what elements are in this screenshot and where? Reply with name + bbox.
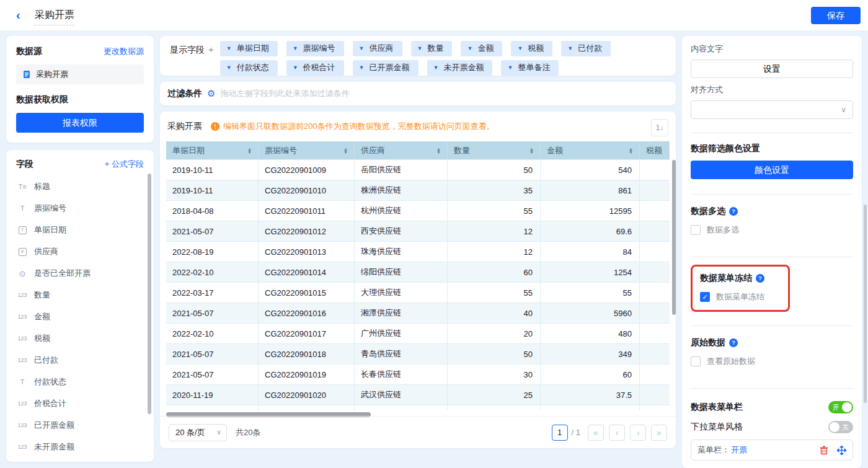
menubar-item[interactable]: 菜单栏： 开票: [691, 439, 853, 461]
field-item[interactable]: T≡标题: [16, 181, 144, 192]
chip-row: ▼单据日期▼票据编号▼供应商▼数量▼金额▼税额▼已付款: [220, 41, 619, 56]
field-item[interactable]: T票据编号: [16, 203, 144, 214]
field-item-label: 是否已全部开票: [34, 268, 91, 279]
caret-down-icon: ▼: [417, 45, 423, 51]
display-field-chip[interactable]: ▼供应商: [353, 41, 402, 56]
field-item[interactable]: 123已开票金额: [16, 420, 144, 431]
field-item[interactable]: 7单据日期: [16, 224, 144, 236]
fields-title: 字段: [16, 159, 33, 170]
content-text-settings-button[interactable]: 设置: [691, 60, 853, 78]
first-page-button[interactable]: «: [588, 425, 604, 441]
display-field-chip[interactable]: ▼价税合计: [286, 60, 344, 76]
sort-arrows-icon[interactable]: ▲▼: [436, 148, 441, 154]
align-select[interactable]: ∨: [691, 100, 853, 119]
field-item[interactable]: 123价税合计: [16, 398, 144, 409]
display-field-chip[interactable]: ▼税额: [511, 41, 552, 56]
table-row[interactable]: 2021-05-07CG20220901018青岛供应链50349: [166, 344, 670, 364]
table-cell: 2021-05-07: [166, 344, 259, 364]
total-count: 共20条: [236, 427, 260, 438]
fields-scrollbar[interactable]: [148, 174, 151, 414]
table-row[interactable]: 2022-02-10CG20220901014绵阳供应链601254: [166, 262, 670, 283]
next-page-button[interactable]: ›: [630, 425, 646, 441]
display-field-chip[interactable]: ▼票据编号: [286, 41, 344, 56]
sort-arrows-icon[interactable]: ▲▼: [629, 148, 633, 154]
display-field-chip[interactable]: ▼数量: [411, 41, 453, 56]
display-field-chip[interactable]: ▼已开票金额: [353, 60, 418, 76]
raw-data-checkbox[interactable]: [691, 356, 701, 366]
menu-freeze-checkbox[interactable]: ✓: [700, 292, 710, 302]
field-item[interactable]: 123数量: [16, 289, 144, 301]
help-icon[interactable]: ?: [729, 207, 738, 216]
column-header[interactable]: 数量▲▼: [448, 141, 541, 160]
sort-arrows-icon[interactable]: ▲▼: [343, 148, 348, 154]
display-field-chip[interactable]: ▼已付款: [561, 41, 611, 56]
sort-icon[interactable]: 1↓: [651, 119, 668, 136]
table-row[interactable]: 2022-02-10CG20220901017广州供应链20480: [166, 324, 670, 344]
table-row[interactable]: 2019-10-11CG20220901010株洲供应链35861: [166, 180, 670, 201]
filter-bar[interactable]: 过滤条件 ⚙ 拖动左侧字段到此处来添加过滤条件: [160, 82, 676, 105]
field-item-label: 票据编号: [34, 203, 66, 214]
table-row[interactable]: 2019-10-11CG20220901009岳阳供应链50540: [166, 160, 670, 180]
save-button[interactable]: 保存: [811, 7, 861, 24]
page-title[interactable]: 采购开票: [35, 9, 74, 25]
column-header[interactable]: 税额: [640, 141, 670, 160]
column-header[interactable]: 单据日期▲▼: [166, 141, 259, 160]
chip-label: 数量: [427, 43, 443, 54]
table-row[interactable]: 2021-05-07CG20220901012西安供应链1269.6: [166, 221, 670, 242]
trash-icon[interactable]: [820, 446, 828, 455]
table-cell: 37.5: [541, 385, 640, 405]
field-item[interactable]: 123金额: [16, 311, 144, 322]
help-icon[interactable]: ?: [756, 274, 764, 283]
column-header[interactable]: 票据编号▲▼: [259, 141, 355, 160]
table-row[interactable]: 2022-08-19CG20220901013珠海供应链1284: [166, 242, 670, 262]
dropdown-style-toggle[interactable]: 关: [828, 421, 853, 433]
sort-arrows-icon[interactable]: ▲▼: [529, 148, 534, 154]
table-cell: [640, 344, 670, 364]
display-field-chip[interactable]: ▼整单备注: [501, 60, 559, 76]
menu-freeze-checkbox-label: 数据菜单冻结: [716, 291, 764, 302]
table-cell: 12: [448, 221, 541, 242]
column-header[interactable]: 供应商▲▼: [355, 141, 448, 160]
table-row[interactable]: [166, 405, 670, 410]
add-display-field-icon[interactable]: +: [208, 44, 214, 55]
change-datasource-link[interactable]: 更改数据源: [104, 46, 144, 57]
field-item[interactable]: 123已付款: [16, 355, 144, 366]
prev-page-button[interactable]: ‹: [609, 425, 625, 441]
sort-arrows-icon[interactable]: ▲▼: [247, 148, 252, 154]
page-size-select[interactable]: 20 条/页 ∨: [169, 424, 227, 441]
menubar-toggle[interactable]: 开: [828, 401, 853, 413]
column-header[interactable]: 金额▲▼: [541, 141, 640, 160]
move-icon[interactable]: [837, 446, 846, 455]
table-row[interactable]: 2022-03-17CG20220901015大理供应链5555: [166, 283, 670, 303]
table-cell: CG20220901019: [259, 364, 355, 385]
table-row[interactable]: 2018-04-08CG20220901011杭州供应链5512595: [166, 201, 670, 221]
help-icon[interactable]: ?: [729, 338, 738, 347]
selected-datasource[interactable]: 采购开票: [16, 64, 144, 84]
field-item[interactable]: ⊙是否已全部开票: [16, 268, 144, 279]
table-row[interactable]: 2020-11-19CG20220901020武汉供应链2537.5: [166, 385, 670, 405]
display-field-chip[interactable]: ▼单据日期: [220, 41, 278, 56]
display-field-chip[interactable]: ▼付款状态: [220, 60, 278, 76]
back-icon[interactable]: ‹: [16, 8, 20, 22]
table-row[interactable]: 2021-05-07CG20220901016湘潭供应链405960: [166, 303, 670, 324]
add-formula-field-link[interactable]: + 公式字段: [105, 159, 144, 170]
gear-icon[interactable]: ⚙: [207, 88, 215, 99]
color-settings-button[interactable]: 颜色设置: [691, 161, 853, 179]
multi-select-checkbox[interactable]: [691, 225, 701, 235]
window-scrollbar[interactable]: [864, 205, 867, 403]
table-vertical-scrollbar[interactable]: [672, 160, 676, 315]
table-row[interactable]: 2021-05-07CG20220901019长春供应链3060: [166, 364, 670, 385]
field-item[interactable]: T付款状态: [16, 376, 144, 387]
field-item[interactable]: 123未开票金额: [16, 441, 144, 453]
table-cell: 35: [448, 180, 541, 201]
field-item[interactable]: 123税额: [16, 333, 144, 344]
field-item[interactable]: ∨供应商: [16, 246, 144, 257]
display-field-chip[interactable]: ▼金额: [461, 41, 502, 56]
page-input[interactable]: 1: [552, 425, 568, 441]
display-field-chip[interactable]: ▼未开票金额: [427, 60, 493, 76]
menu-freeze-row: ✓ 数据菜单冻结: [700, 291, 773, 302]
table-cell: [640, 364, 670, 385]
menubar-item-value[interactable]: 开票: [731, 444, 747, 456]
report-permission-button[interactable]: 报表权限: [16, 113, 144, 133]
last-page-button[interactable]: »: [651, 425, 667, 441]
